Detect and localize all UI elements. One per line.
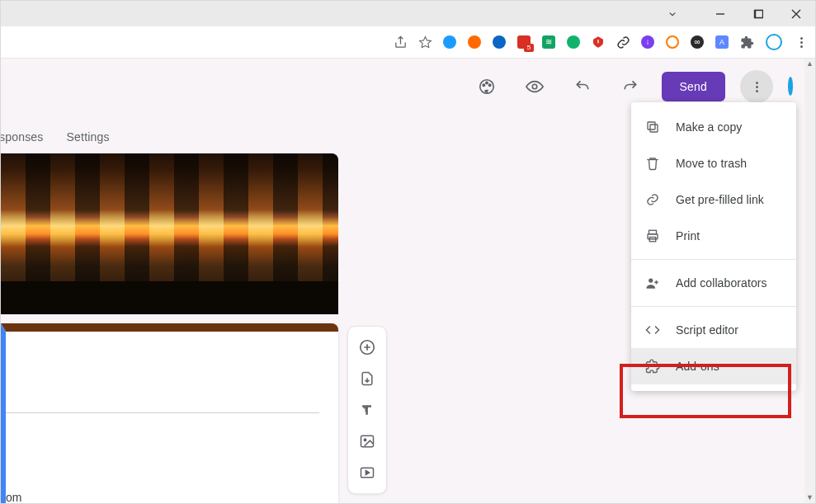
form-tabs: esponses Settings bbox=[1, 125, 110, 148]
extension-icon[interactable]: ↓ bbox=[640, 35, 655, 49]
form-title-card[interactable]: om bbox=[1, 323, 338, 503]
svg-rect-9 bbox=[361, 436, 374, 446]
add-title-icon[interactable] bbox=[351, 396, 384, 424]
extension-icon[interactable] bbox=[566, 35, 581, 49]
trash-icon bbox=[644, 156, 661, 171]
window-dropdown-button[interactable] bbox=[660, 1, 685, 26]
link-icon bbox=[644, 192, 661, 207]
undo-icon[interactable] bbox=[566, 70, 599, 103]
menu-item-label: Script editor bbox=[676, 323, 738, 337]
add-question-icon[interactable] bbox=[351, 333, 384, 361]
extension-icon[interactable]: ∞ bbox=[690, 35, 705, 49]
window-titlebar bbox=[1, 1, 815, 26]
tab-settings[interactable]: Settings bbox=[67, 125, 110, 148]
page-body: Send esponses Settings om bbox=[1, 58, 804, 503]
preview-icon[interactable] bbox=[518, 70, 551, 103]
profile-avatar-ring[interactable] bbox=[764, 35, 784, 49]
app-header-actions: Send bbox=[470, 70, 794, 103]
extension-icon[interactable]: ≋ bbox=[541, 35, 556, 49]
svg-rect-2 bbox=[756, 10, 763, 17]
send-button[interactable]: Send bbox=[662, 72, 726, 101]
menu-item-prefilled-link[interactable]: Get pre-filled link bbox=[631, 181, 796, 218]
extensions-puzzle-icon[interactable] bbox=[739, 35, 754, 49]
code-icon bbox=[644, 323, 661, 337]
extension-icon[interactable] bbox=[591, 35, 606, 49]
menu-item-script-editor[interactable]: Script editor bbox=[631, 312, 796, 348]
extension-icon[interactable] bbox=[665, 35, 680, 49]
svg-point-4 bbox=[483, 84, 484, 86]
more-options-button[interactable] bbox=[740, 70, 773, 103]
tab-responses[interactable]: esponses bbox=[1, 125, 44, 148]
menu-item-label: Get pre-filled link bbox=[676, 193, 764, 206]
extension-icon[interactable]: 5 bbox=[516, 35, 531, 49]
menu-separator bbox=[631, 306, 796, 307]
more-options-menu: Make a copy Move to trash Get pre-filled… bbox=[631, 102, 796, 391]
scroll-track[interactable] bbox=[804, 69, 815, 492]
svg-rect-13 bbox=[648, 122, 655, 130]
import-questions-icon[interactable] bbox=[351, 365, 384, 393]
menu-item-label: Make a copy bbox=[676, 120, 742, 134]
menu-item-add-collaborators[interactable]: Add collaborators bbox=[631, 265, 796, 301]
extension-icon[interactable] bbox=[467, 35, 482, 49]
scroll-down-icon[interactable]: ▼ bbox=[804, 492, 815, 503]
browser-overflow-menu-icon[interactable] bbox=[794, 35, 809, 49]
customize-theme-icon[interactable] bbox=[470, 70, 503, 103]
menu-item-label: Move to trash bbox=[676, 157, 747, 170]
scroll-up-icon[interactable]: ▲ bbox=[804, 58, 815, 69]
svg-point-17 bbox=[649, 278, 653, 282]
puzzle-icon bbox=[644, 359, 661, 374]
menu-item-move-trash[interactable]: Move to trash bbox=[631, 145, 796, 181]
extension-icon[interactable] bbox=[492, 35, 507, 49]
window-minimize-button[interactable] bbox=[701, 1, 739, 26]
extension-translate-icon[interactable]: A bbox=[715, 35, 729, 49]
menu-item-addons[interactable]: Add-ons bbox=[631, 348, 796, 384]
extension-icon[interactable] bbox=[442, 35, 457, 49]
svg-point-5 bbox=[485, 82, 487, 83]
menu-item-label: Add collaborators bbox=[676, 276, 767, 290]
person-add-icon bbox=[644, 276, 661, 290]
browser-toolbar: 5 ≋ ↓ ∞ A bbox=[1, 26, 815, 59]
menu-item-print[interactable]: Print bbox=[631, 218, 796, 254]
copy-icon bbox=[644, 120, 661, 134]
print-icon bbox=[644, 228, 661, 243]
menu-item-make-copy[interactable]: Make a copy bbox=[631, 109, 796, 145]
vertical-scrollbar[interactable]: ▲ ▼ bbox=[804, 58, 815, 503]
redo-icon[interactable] bbox=[614, 70, 647, 103]
account-avatar-ring[interactable] bbox=[788, 79, 793, 94]
menu-separator bbox=[631, 259, 796, 260]
svg-rect-12 bbox=[650, 125, 658, 132]
add-video-icon[interactable] bbox=[351, 459, 384, 487]
menu-item-label: Add-ons bbox=[676, 360, 719, 373]
extension-badge: 5 bbox=[524, 44, 534, 52]
form-header-image bbox=[1, 153, 338, 314]
menu-item-label: Print bbox=[676, 229, 700, 243]
bookmark-star-icon[interactable] bbox=[417, 35, 432, 49]
question-toolbar bbox=[347, 326, 387, 494]
extension-link-icon[interactable] bbox=[616, 35, 630, 49]
share-icon[interactable] bbox=[393, 35, 408, 49]
window-maximize-button[interactable] bbox=[739, 1, 777, 26]
svg-point-6 bbox=[488, 84, 490, 86]
svg-point-7 bbox=[532, 84, 537, 89]
form-title-field-underline bbox=[6, 388, 319, 413]
window-close-button[interactable] bbox=[777, 1, 815, 26]
add-image-icon[interactable] bbox=[351, 427, 384, 455]
form-description-field[interactable]: om bbox=[6, 488, 319, 503]
svg-point-10 bbox=[364, 439, 366, 441]
